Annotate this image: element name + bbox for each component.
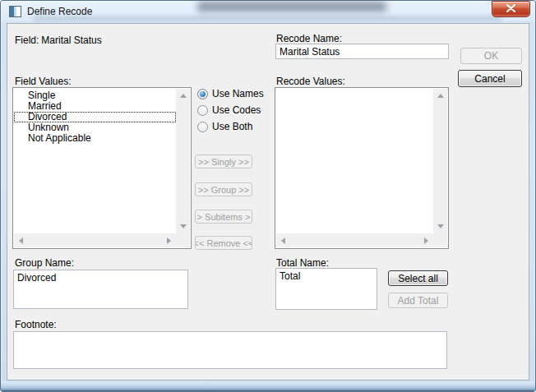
field-label-caption: Field: xyxy=(15,35,39,46)
scroll-right-icon[interactable] xyxy=(419,233,433,247)
ok-button[interactable]: OK xyxy=(460,48,522,64)
vertical-scrollbar[interactable] xyxy=(176,89,190,233)
field-label: Field:Marital Status xyxy=(15,35,102,46)
vertical-scrollbar[interactable] xyxy=(433,89,447,233)
radio-use-both[interactable]: Use Both xyxy=(197,121,252,132)
footnote-input[interactable] xyxy=(13,331,447,369)
scroll-up-icon[interactable] xyxy=(176,89,190,103)
total-name-label: Total Name: xyxy=(276,257,329,269)
group-button[interactable]: >> Group >> xyxy=(195,182,252,196)
remove-button[interactable]: << Remove << xyxy=(195,236,252,250)
field-label-value: Marital Status xyxy=(41,35,101,46)
close-icon xyxy=(506,3,516,15)
horizontal-scrollbar[interactable] xyxy=(14,233,176,247)
select-all-button[interactable]: Select all xyxy=(388,270,448,286)
close-button[interactable] xyxy=(492,1,530,17)
recode-values-label: Recode Values: xyxy=(276,76,345,87)
scroll-up-icon[interactable] xyxy=(433,89,447,103)
window-bottom-border xyxy=(1,381,535,391)
scroll-down-icon[interactable] xyxy=(176,219,190,233)
recode-values-items xyxy=(276,89,433,233)
horizontal-scrollbar[interactable] xyxy=(276,233,433,247)
subitems-button[interactable]: > Subitems > xyxy=(195,210,252,224)
radio-label: Use Names xyxy=(212,88,264,99)
radio-use-names[interactable]: Use Names xyxy=(197,88,264,99)
recode-name-label: Recode Name: xyxy=(276,33,342,44)
scroll-left-icon[interactable] xyxy=(276,233,290,247)
field-values-listbox[interactable]: Single Married Divorced Unknown Not Appl… xyxy=(12,87,192,249)
recode-name-input[interactable] xyxy=(275,44,449,59)
window-title: Define Recode xyxy=(27,6,92,17)
list-item[interactable]: Not Applicable xyxy=(14,133,176,144)
title-bar[interactable]: Define Recode xyxy=(0,0,536,23)
recode-values-listbox[interactable] xyxy=(275,87,449,249)
add-total-button[interactable]: Add Total xyxy=(388,293,448,308)
scroll-down-icon[interactable] xyxy=(433,219,447,233)
group-name-input[interactable]: Divorced xyxy=(13,270,188,309)
scroll-left-icon[interactable] xyxy=(14,233,28,247)
radio-label: Use Codes xyxy=(212,104,261,116)
field-values-items: Single Married Divorced Unknown Not Appl… xyxy=(14,89,176,233)
scroll-right-icon[interactable] xyxy=(162,233,176,247)
scrollbar-corner xyxy=(433,233,447,247)
group-name-label: Group Name: xyxy=(15,257,74,269)
field-values-label: Field Values: xyxy=(15,76,71,87)
footnote-label: Footnote: xyxy=(15,319,57,330)
radio-unselected-icon xyxy=(197,105,208,116)
radio-use-codes[interactable]: Use Codes xyxy=(197,104,261,116)
cancel-button[interactable]: Cancel xyxy=(458,70,522,87)
scrollbar-corner xyxy=(176,233,190,247)
singly-button[interactable]: >> Singly >> xyxy=(195,154,252,168)
radio-unselected-icon xyxy=(197,122,208,132)
total-name-input[interactable]: Total xyxy=(275,268,377,310)
define-recode-dialog: Define Recode Field:Marital Status Recod… xyxy=(0,0,536,392)
radio-label: Use Both xyxy=(212,121,252,132)
app-icon xyxy=(9,6,21,17)
radio-selected-icon xyxy=(197,89,208,99)
